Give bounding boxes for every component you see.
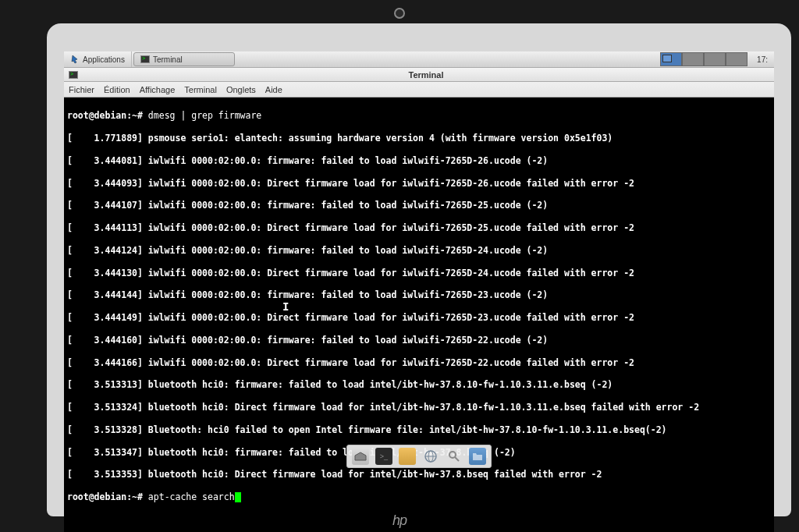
output-line: [ 3.444124] iwlwifi 0000:02:00.0: firmwa… xyxy=(67,245,771,256)
output-line: [ 3.444113] iwlwifi 0000:02:00.0: Direct… xyxy=(67,222,771,233)
prompt: root@debian:~# xyxy=(67,491,148,502)
output-line: [ 3.513313] bluetooth hci0: firmware: fa… xyxy=(67,379,771,390)
workspace-2[interactable] xyxy=(682,52,704,66)
output-line: [ 3.444081] iwlwifi 0000:02:00.0: firmwa… xyxy=(67,155,771,166)
menu-onglets[interactable]: Onglets xyxy=(226,85,256,94)
window-title: Terminal xyxy=(83,70,769,80)
titlebar[interactable]: Terminal xyxy=(64,68,774,82)
output-line: [ 3.444149] iwlwifi 0000:02:00.0: Direct… xyxy=(67,312,771,323)
svg-line-4 xyxy=(455,457,459,461)
desktop-screen: Applications Terminal 17: Terminal Fichi… xyxy=(64,51,774,495)
output-line: [ 3.444144] iwlwifi 0000:02:00.0: firmwa… xyxy=(67,289,771,300)
top-panel: Applications Terminal 17: xyxy=(64,51,774,68)
applications-menu[interactable]: Applications xyxy=(64,51,132,67)
dock-terminal[interactable]: >_ xyxy=(375,448,392,465)
terminal-titlebar-icon xyxy=(69,71,78,79)
workspace-3[interactable] xyxy=(704,52,726,66)
output-line: [ 3.444160] iwlwifi 0000:02:00.0: firmwa… xyxy=(67,335,771,346)
output-line: [ 3.444107] iwlwifi 0000:02:00.0: firmwa… xyxy=(67,200,771,211)
menu-terminal[interactable]: Terminal xyxy=(184,85,217,94)
menu-edition[interactable]: Édition xyxy=(104,85,130,94)
text-cursor-ibeam: I xyxy=(282,300,289,314)
output-line: [ 3.513328] Bluetooth: hci0 failed to op… xyxy=(67,424,771,435)
output-line: [ 3.444166] iwlwifi 0000:02:00.0: Direct… xyxy=(67,357,771,368)
dock-web[interactable] xyxy=(422,448,439,465)
svg-point-3 xyxy=(449,452,456,458)
menubar: Fichier Édition Affichage Terminal Ongle… xyxy=(64,82,774,98)
output-line: [ 3.444130] iwlwifi 0000:02:00.0: Direct… xyxy=(67,268,771,278)
prompt: root@debian:~# xyxy=(67,110,148,121)
cursor xyxy=(235,492,241,502)
dock-search[interactable] xyxy=(446,448,463,465)
command: apt-cache search xyxy=(148,491,235,502)
menu-affichage[interactable]: Affichage xyxy=(140,85,176,94)
menu-fichier[interactable]: Fichier xyxy=(69,85,94,94)
workspace-4[interactable] xyxy=(726,52,748,66)
hp-logo: hp xyxy=(392,512,407,529)
clock[interactable]: 17: xyxy=(751,55,774,64)
dock-files[interactable] xyxy=(399,448,416,465)
workspace-1[interactable] xyxy=(660,52,682,66)
output-line: [ 3.444093] iwlwifi 0000:02:00.0: Direct… xyxy=(67,178,771,189)
output-line: [ 3.513324] bluetooth hci0: Direct firmw… xyxy=(67,402,771,413)
output-line: [ 3.513353] bluetooth hci0: Direct firmw… xyxy=(67,469,771,480)
dock-folder[interactable] xyxy=(469,448,486,465)
dock: >_ xyxy=(346,445,492,468)
dock-home[interactable] xyxy=(352,448,369,465)
mouse-icon xyxy=(70,55,80,64)
webcam xyxy=(394,8,405,19)
command: dmesg | grep firmware xyxy=(148,110,261,121)
task-label: Terminal xyxy=(153,55,183,64)
laptop-frame: Applications Terminal 17: Terminal Fichi… xyxy=(47,23,791,516)
applications-label: Applications xyxy=(83,55,125,64)
output-line: [ 1.771889] psmouse serio1: elantech: as… xyxy=(67,133,771,144)
taskbar-terminal[interactable]: Terminal xyxy=(133,52,235,66)
terminal-icon xyxy=(140,55,150,63)
workspace-switcher[interactable] xyxy=(660,52,748,66)
menu-aide[interactable]: Aide xyxy=(265,85,282,94)
